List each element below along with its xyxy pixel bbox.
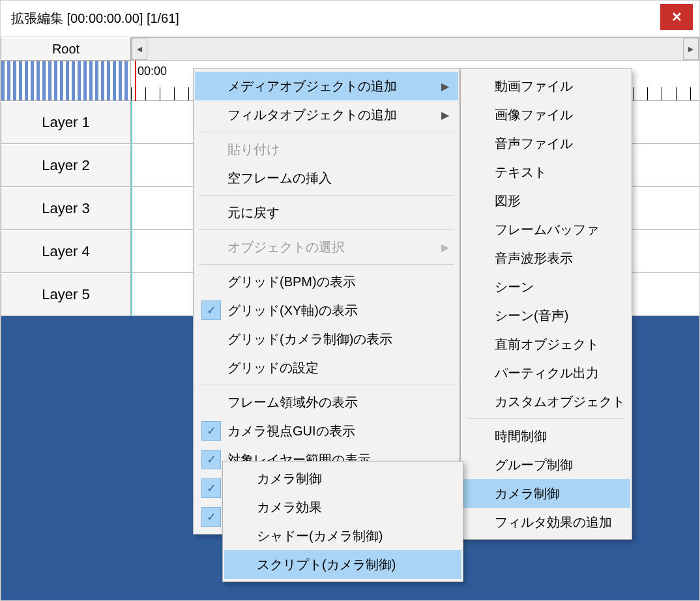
menu-item-label: 画像ファイル bbox=[495, 106, 573, 124]
sub1-menu-item[interactable]: フレームバッファ bbox=[462, 215, 630, 244]
scroll-left-button[interactable]: ◄ bbox=[132, 38, 147, 60]
main-menu-separator bbox=[199, 229, 454, 230]
sub1-menu-item[interactable]: 直前オブジェクト bbox=[462, 330, 630, 359]
menu-item-label: 元に戻す bbox=[227, 204, 280, 222]
main-menu-item: オブジェクトの選択▶ bbox=[195, 233, 458, 261]
main-menu-separator bbox=[199, 264, 454, 265]
sub1-menu-item[interactable]: パーティクル出力 bbox=[462, 359, 630, 387]
main-menu-separator bbox=[199, 385, 454, 385]
sub1-menu-item[interactable]: 音声ファイル bbox=[462, 129, 630, 158]
check-icon: ✓ bbox=[201, 507, 221, 527]
menu-item-label: フレームバッファ bbox=[495, 221, 599, 239]
sub2-menu-item[interactable]: スクリプト(カメラ制御) bbox=[224, 550, 461, 579]
main-menu-item[interactable]: フィルタオブジェクトの追加▶ bbox=[195, 100, 458, 129]
menu-item-label: カメラ制御 bbox=[495, 485, 560, 503]
chevron-right-icon: ▶ bbox=[441, 109, 449, 121]
check-icon: ✓ bbox=[201, 450, 221, 469]
sub1-menu-item[interactable]: グループ制御 bbox=[462, 450, 630, 479]
menu-item-label: フレーム領域外の表示 bbox=[227, 394, 358, 411]
horizontal-scrollbar[interactable]: ◄ ► bbox=[131, 37, 699, 61]
check-icon: ✓ bbox=[201, 421, 221, 441]
main-menu-separator bbox=[199, 132, 454, 132]
menu-item-label: カメラ制御 bbox=[257, 470, 322, 488]
main-menu-item[interactable]: フレーム領域外の表示 bbox=[195, 388, 458, 417]
menu-item-label: グリッド(XY軸)の表示 bbox=[227, 302, 358, 319]
main-menu-item[interactable]: カメラ視点GUIの表示✓ bbox=[195, 417, 458, 445]
sub1-menu-item[interactable]: シーン(音声) bbox=[462, 301, 630, 330]
chevron-right-icon: ▶ bbox=[441, 241, 449, 254]
menu-item-label: スクリプト(カメラ制御) bbox=[257, 556, 396, 574]
sub1-menu-item[interactable]: 画像ファイル bbox=[462, 100, 630, 129]
toolbar-row: Root ◄ ► bbox=[1, 37, 699, 61]
main-menu-item[interactable]: 元に戻す bbox=[195, 198, 458, 227]
menu-item-label: 貼り付け bbox=[227, 141, 280, 158]
menu-item-label: グリッドの設定 bbox=[227, 359, 319, 377]
sub2-menu-item[interactable]: カメラ効果 bbox=[224, 493, 461, 521]
menu-item-label: シーン(音声) bbox=[495, 307, 568, 325]
menu-item-label: フィルタオブジェクトの追加 bbox=[227, 106, 397, 124]
menu-item-label: 時間制御 bbox=[495, 428, 547, 445]
menu-item-label: パーティクル出力 bbox=[495, 364, 599, 382]
titlebar: 拡張編集 [00:00:00.00] [1/61] ✕ bbox=[1, 1, 699, 37]
menu-item-label: 図形 bbox=[495, 192, 521, 210]
time-label: 00:00 bbox=[138, 65, 167, 78]
menu-item-label: シャドー(カメラ制御) bbox=[257, 527, 383, 545]
context-submenu-media: 動画ファイル画像ファイル音声ファイルテキスト図形フレームバッファ音声波形表示シー… bbox=[460, 68, 632, 540]
layer-cell-3[interactable]: Layer 3 bbox=[1, 187, 131, 230]
main-menu-item[interactable]: 空フレームの挿入 bbox=[195, 164, 458, 192]
layers-fill bbox=[1, 316, 131, 600]
sub2-menu-item[interactable]: カメラ制御 bbox=[224, 464, 461, 493]
main-menu-item[interactable]: グリッドの設定 bbox=[195, 353, 458, 382]
context-submenu-camera: カメラ制御カメラ効果シャドー(カメラ制御)スクリプト(カメラ制御) bbox=[222, 461, 463, 582]
root-cell[interactable]: Root bbox=[1, 37, 131, 61]
close-icon: ✕ bbox=[671, 9, 682, 25]
menu-item-label: 空フレームの挿入 bbox=[227, 169, 332, 187]
sub1-menu-item[interactable]: 動画ファイル bbox=[462, 72, 630, 100]
check-icon: ✓ bbox=[201, 478, 221, 498]
menu-item-label: シーン bbox=[495, 278, 534, 296]
sub1-menu-item[interactable]: 音声波形表示 bbox=[462, 244, 630, 272]
close-button[interactable]: ✕ bbox=[660, 4, 693, 30]
sub1-menu-item[interactable]: カスタムオブジェクト bbox=[462, 387, 630, 416]
sub1-menu-separator bbox=[466, 418, 626, 419]
main-menu-item: 貼り付け bbox=[195, 135, 458, 164]
chevron-right-icon: ▶ bbox=[441, 80, 449, 93]
scroll-right-button[interactable]: ► bbox=[683, 38, 699, 60]
layer-cell-4[interactable]: Layer 4 bbox=[1, 230, 131, 273]
menu-item-label: カメラ効果 bbox=[257, 499, 322, 516]
menu-item-label: 音声波形表示 bbox=[495, 250, 573, 267]
menu-item-label: グリッド(BPM)の表示 bbox=[227, 273, 356, 291]
main-menu-separator bbox=[199, 195, 454, 196]
sub1-menu-item[interactable]: カメラ制御 bbox=[462, 479, 630, 508]
menu-item-label: 直前オブジェクト bbox=[495, 336, 599, 353]
menu-item-label: フィルタ効果の追加 bbox=[495, 514, 612, 531]
main-menu-item[interactable]: メディアオブジェクトの追加▶ bbox=[195, 72, 458, 100]
main-menu-item[interactable]: グリッド(XY軸)の表示✓ bbox=[195, 296, 458, 325]
menu-item-label: カスタムオブジェクト bbox=[495, 393, 625, 411]
sub1-menu-item[interactable]: 時間制御 bbox=[462, 422, 630, 450]
layer-cell-1[interactable]: Layer 1 bbox=[1, 101, 131, 144]
layer-cell-2[interactable]: Layer 2 bbox=[1, 144, 131, 187]
menu-item-label: グループ制御 bbox=[495, 456, 573, 474]
menu-item-label: 動画ファイル bbox=[495, 78, 573, 95]
main-menu-item[interactable]: グリッド(カメラ制御)の表示 bbox=[195, 325, 458, 353]
menu-item-label: 音声ファイル bbox=[495, 135, 573, 153]
window: 拡張編集 [00:00:00.00] [1/61] ✕ Root ◄ ► Lay… bbox=[0, 0, 700, 601]
window-title: 拡張編集 [00:00:00.00] [1/61] bbox=[1, 10, 179, 27]
layer-cell-5[interactable]: Layer 5 bbox=[1, 273, 131, 316]
check-icon: ✓ bbox=[201, 300, 221, 320]
sub1-menu-item[interactable]: シーン bbox=[462, 272, 630, 301]
menu-item-label: カメラ視点GUIの表示 bbox=[227, 422, 355, 440]
sub1-menu-item[interactable]: フィルタ効果の追加 bbox=[462, 508, 630, 536]
menu-item-label: テキスト bbox=[495, 164, 547, 181]
layers-column: Layer 1 Layer 2 Layer 3 Layer 4 Layer 5 bbox=[1, 61, 131, 600]
sub1-menu-item[interactable]: 図形 bbox=[462, 186, 630, 215]
main-menu-item[interactable]: グリッド(BPM)の表示 bbox=[195, 267, 458, 296]
menu-item-label: グリッド(カメラ制御)の表示 bbox=[227, 330, 392, 348]
sub2-menu-item[interactable]: シャドー(カメラ制御) bbox=[224, 521, 461, 550]
layer-ruler-cell bbox=[1, 61, 131, 101]
menu-item-label: オブジェクトの選択 bbox=[227, 239, 345, 256]
menu-item-label: メディアオブジェクトの追加 bbox=[227, 78, 397, 95]
sub1-menu-item[interactable]: テキスト bbox=[462, 158, 630, 186]
